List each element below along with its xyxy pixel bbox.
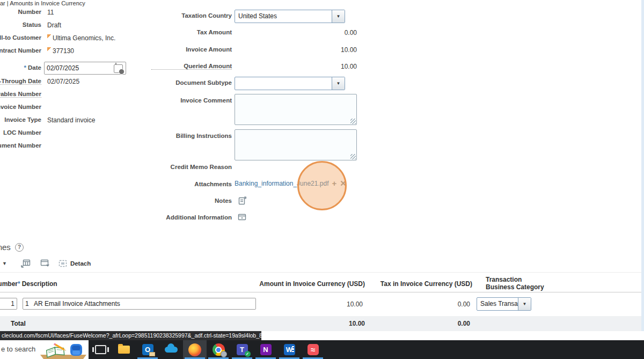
export-icon[interactable] <box>21 259 31 268</box>
taxation-country-label: Taxation Country <box>151 12 232 19</box>
line-tax-value: 0.00 <box>349 301 470 308</box>
task-view-icon[interactable] <box>89 340 112 359</box>
right-form: Taxation Country United States ▼ Tax Amo… <box>0 0 376 231</box>
file-explorer-icon[interactable] <box>112 340 136 359</box>
chevron-down-icon[interactable]: ▼ <box>518 298 531 310</box>
scrollbar[interactable] <box>641 0 644 331</box>
attachments-label: Attachments <box>151 181 232 187</box>
tax-amount-label: Tax Amount <box>151 29 232 35</box>
total-tax-value: 0.00 <box>349 320 470 327</box>
taxation-country-select[interactable]: United States ▼ <box>235 10 345 23</box>
transaction-category-select[interactable]: Sales Transaction ▼ <box>477 297 531 311</box>
total-row: Total 10.00 0.00 <box>0 316 644 331</box>
attachments-row: Banking_information_June21.pdf + ✕ <box>235 180 347 187</box>
chrome-icon[interactable] <box>207 340 230 359</box>
add-attachment-icon[interactable]: + <box>332 180 336 187</box>
table-row: 10.00 0.00 Sales Transaction ▼ <box>0 296 644 312</box>
attachment-link[interactable]: Banking_information_June21.pdf <box>235 180 328 187</box>
queried-amount-label: Queried Amount <box>151 63 232 70</box>
table-header: Number *Description Amount in Invoice Cu… <box>0 272 644 292</box>
invoice-amount-value: 10.00 <box>235 46 357 54</box>
help-icon[interactable]: ? <box>15 243 24 252</box>
line-number-input[interactable] <box>0 298 17 310</box>
taskbar-apps: O T✓ N W ≈ <box>89 340 325 359</box>
column-header-category: TransactionBusiness Category <box>486 276 544 291</box>
additional-information-label: Additional Information <box>151 214 232 221</box>
search-highlight-illustration <box>35 341 89 359</box>
queried-amount-value: 10.00 <box>235 63 357 70</box>
status-url-bar: clecloud.com/fscmUI/faces/FuseWelcome?_a… <box>0 331 261 340</box>
word-icon[interactable]: W <box>277 340 301 359</box>
notes-label: Notes <box>151 197 232 204</box>
scribe-icon[interactable]: ≈ <box>301 340 325 359</box>
invoice-comment-textarea[interactable] <box>235 94 357 125</box>
firefox-icon[interactable] <box>183 340 207 359</box>
column-header-tax: Tax in Invoice Currency (USD) <box>349 280 472 288</box>
total-amount-value: 10.00 <box>231 320 365 327</box>
lines-toolbar: ▼ Detach <box>0 259 91 268</box>
billing-instructions-label: Billing Instructions <box>151 133 232 139</box>
detach-button[interactable]: Detach <box>70 260 91 267</box>
taxation-country-value: United States <box>235 10 332 23</box>
credit-memo-reason-label: Credit Memo Reason <box>151 164 232 170</box>
chevron-down-icon[interactable]: ▼ <box>332 10 345 23</box>
column-header-description: *Description <box>18 280 57 288</box>
invoice-amount-label: Invoice Amount <box>151 46 232 53</box>
document-subtype-label: Document Subtype <box>151 79 232 86</box>
transaction-category-value: Sales Transaction <box>477 298 518 310</box>
column-header-number: Number <box>0 280 18 288</box>
onedrive-icon[interactable] <box>159 340 183 359</box>
search-placeholder: e to search <box>1 345 35 353</box>
create-note-icon[interactable] <box>238 196 247 205</box>
document-subtype-value <box>235 77 332 90</box>
total-label: Total <box>11 320 26 327</box>
outlook-icon[interactable]: O <box>136 340 159 359</box>
column-header-amount: Amount in Invoice Currency (USD) <box>231 280 365 288</box>
invoice-comment-label: Invoice Comment <box>151 97 232 104</box>
additional-information-icon[interactable] <box>238 214 247 221</box>
tax-amount-value: 0.00 <box>235 29 357 36</box>
invoice-page: ar | Amounts in Invoice Currency Number … <box>0 0 644 359</box>
resize-grip-icon[interactable] <box>350 154 356 159</box>
taskbar-search[interactable]: e to search <box>0 340 89 359</box>
line-description-input[interactable] <box>23 298 256 310</box>
teams-icon[interactable]: T✓ <box>230 340 254 359</box>
view-menu-caret-icon[interactable]: ▼ <box>2 261 7 266</box>
onenote-icon[interactable]: N <box>254 340 277 359</box>
billing-instructions-textarea[interactable] <box>235 129 357 160</box>
resize-grip-icon[interactable] <box>350 119 356 124</box>
windows-taskbar: e to search <box>0 340 644 359</box>
detach-icon[interactable] <box>58 259 68 268</box>
query-by-example-icon[interactable] <box>40 259 50 268</box>
remove-attachment-icon[interactable]: ✕ <box>340 180 347 187</box>
chevron-down-icon[interactable]: ▼ <box>332 77 345 90</box>
lines-title: Lines <box>0 243 11 252</box>
document-subtype-select[interactable]: ▼ <box>235 77 345 90</box>
line-amount-value: 10.00 <box>231 301 363 308</box>
